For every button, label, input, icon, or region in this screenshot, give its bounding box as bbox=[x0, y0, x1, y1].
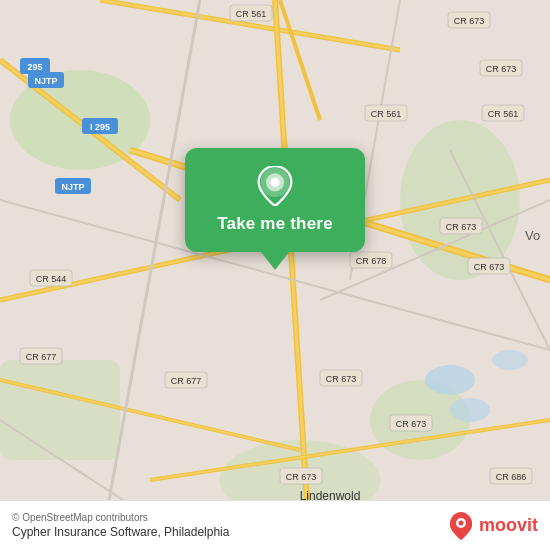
moovit-marker-icon bbox=[447, 512, 475, 540]
svg-text:CR 561: CR 561 bbox=[488, 109, 519, 119]
popup-triangle bbox=[261, 252, 289, 270]
svg-text:295: 295 bbox=[27, 62, 42, 72]
svg-text:CR 561: CR 561 bbox=[371, 109, 402, 119]
svg-text:I 295: I 295 bbox=[90, 122, 110, 132]
location-pin-icon bbox=[255, 166, 295, 206]
bottom-left-info: © OpenStreetMap contributors Cypher Insu… bbox=[12, 512, 229, 539]
svg-text:CR 673: CR 673 bbox=[474, 262, 505, 272]
map-container: NJTP NJTP I 295 295 CR 561 CR 673 CR 673… bbox=[0, 0, 550, 550]
copyright-text: © OpenStreetMap contributors bbox=[12, 512, 229, 523]
svg-rect-4 bbox=[0, 360, 120, 460]
svg-text:CR 673: CR 673 bbox=[396, 419, 427, 429]
svg-point-72 bbox=[270, 178, 279, 187]
app-name: Cypher Insurance Software, Philadelphia bbox=[12, 525, 229, 539]
svg-text:CR 677: CR 677 bbox=[171, 376, 202, 386]
moovit-logo[interactable]: moovit bbox=[447, 512, 538, 540]
svg-point-7 bbox=[450, 398, 490, 422]
moovit-text: moovit bbox=[479, 515, 538, 536]
svg-text:CR 677: CR 677 bbox=[26, 352, 57, 362]
svg-point-8 bbox=[492, 350, 528, 370]
svg-text:NJTP: NJTP bbox=[34, 76, 57, 86]
popup-bubble: Take me there bbox=[185, 148, 365, 252]
svg-text:CR 673: CR 673 bbox=[486, 64, 517, 74]
svg-text:CR 544: CR 544 bbox=[36, 274, 67, 284]
svg-text:Vo: Vo bbox=[525, 228, 540, 243]
svg-text:CR 686: CR 686 bbox=[496, 472, 527, 482]
svg-text:CR 673: CR 673 bbox=[286, 472, 317, 482]
map-background: NJTP NJTP I 295 295 CR 561 CR 673 CR 673… bbox=[0, 0, 550, 550]
svg-text:CR 561: CR 561 bbox=[236, 9, 267, 19]
svg-text:CR 673: CR 673 bbox=[326, 374, 357, 384]
bottom-bar: © OpenStreetMap contributors Cypher Insu… bbox=[0, 500, 550, 550]
svg-point-6 bbox=[425, 365, 475, 395]
svg-point-75 bbox=[458, 520, 463, 525]
take-me-there-button[interactable]: Take me there bbox=[217, 214, 333, 234]
svg-text:CR 673: CR 673 bbox=[446, 222, 477, 232]
svg-text:CR 673: CR 673 bbox=[454, 16, 485, 26]
svg-text:NJTP: NJTP bbox=[61, 182, 84, 192]
location-popup: Take me there bbox=[185, 148, 365, 270]
